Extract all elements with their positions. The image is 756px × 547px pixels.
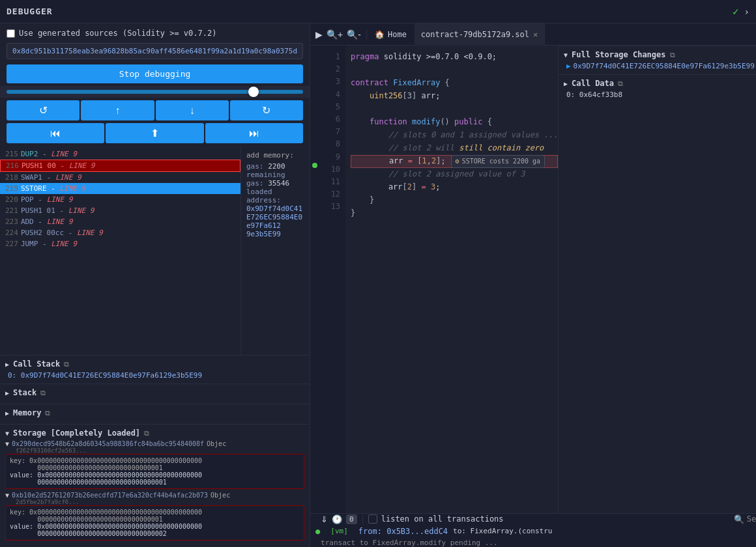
memory-section: ▶ Memory ⧉ xyxy=(0,404,310,424)
zoom-in-button[interactable]: 🔍+ xyxy=(327,29,343,40)
storage-entry-1-label: Objec xyxy=(207,440,226,447)
storage-title: Storage [Completely Loaded] xyxy=(13,428,140,438)
app-title: DEBUGGER xyxy=(7,7,53,16)
storage-entry-1: ▼ 0x290decd9548b62a8d60345a988386fc84ba6… xyxy=(5,440,304,489)
check-icon: ✓ xyxy=(733,5,739,18)
call-stack-header[interactable]: ▶ Call Stack ⧉ xyxy=(5,359,304,369)
stack-copy-icon[interactable]: ⧉ xyxy=(40,389,46,397)
gas-value: 2200 xyxy=(268,162,285,171)
code-line-1: pragma solidity >=0.7.0 <0.9.0; xyxy=(351,51,558,64)
zoom-out-button[interactable]: 🔍- xyxy=(347,29,361,40)
close-tab-icon[interactable]: ✕ xyxy=(533,30,538,39)
split-area: 215DUP2 - LINE 9 216PUSH1 00 - LINE 9 21… xyxy=(0,146,310,355)
tx-address-display: 0x8dc951b311758eab3ea96828b85ac90aff4586… xyxy=(7,43,303,59)
call-stack-copy-icon[interactable]: ⧉ xyxy=(64,360,69,369)
badge-count: 0 xyxy=(346,514,357,524)
step-back-button[interactable]: ↺ xyxy=(7,100,80,120)
debugger-controls: Use generated sources (Solidity >= v0.7.… xyxy=(0,23,310,86)
code-line-12: } xyxy=(351,194,558,207)
jump-start-button[interactable]: ⏮ xyxy=(7,123,104,143)
code-line-5 xyxy=(351,103,558,116)
slider-thumb[interactable] xyxy=(248,87,259,97)
full-storage-toggle-icon[interactable]: ▼ xyxy=(564,51,568,59)
call-data-copy-icon[interactable]: ⧉ xyxy=(618,79,623,88)
search-icon-btn[interactable]: 🔍 xyxy=(734,514,744,524)
call-stack-toggle-icon[interactable]: ▶ xyxy=(5,361,9,368)
storage-entry-1-value: value: 0x0000000000000000000000000000000… xyxy=(10,471,300,486)
left-panel: Use generated sources (Solidity >= v0.7.… xyxy=(0,23,310,547)
play-button[interactable]: ▶ xyxy=(315,29,323,40)
vm-icon: ● xyxy=(315,527,320,536)
stop-debug-button[interactable]: Stop debugging xyxy=(7,64,303,83)
bottom-toggle-btn[interactable]: ⇓ xyxy=(321,514,328,524)
step-slider-container[interactable] xyxy=(0,86,310,98)
breakpoint-dot-9[interactable] xyxy=(312,163,317,168)
storage-entry-2-label: Objec xyxy=(211,492,230,499)
bottom-clock-btn[interactable]: 🕐 xyxy=(332,514,342,524)
bottom-row-3: transact to FixedArray.modify pending ..… xyxy=(310,537,756,548)
code-line-2 xyxy=(351,64,558,77)
storage-section: ▼ Storage [Completely Loaded] ⧉ ▼ 0x290d… xyxy=(0,424,310,547)
stack-toggle-icon[interactable]: ▶ xyxy=(5,389,9,397)
stack-header[interactable]: ▶ Stack ⧉ xyxy=(5,388,304,397)
line-numbers: 1 2 3 4 5 6 7 8 9 10 11 12 13 xyxy=(319,46,345,513)
remaining-value: 35546 xyxy=(268,179,289,188)
memory-copy-icon[interactable]: ⧉ xyxy=(45,409,50,417)
memory-header[interactable]: ▶ Memory ⧉ xyxy=(5,408,304,417)
loaded-label: loaded address: xyxy=(246,188,281,204)
tooltip-text: SSTORE costs 2200 ga xyxy=(462,156,540,167)
search-hint: Search wit xyxy=(747,514,756,524)
call-stack-section: ▶ Call Stack ⧉ 0: 0x9D7f74d0C41E726EC958… xyxy=(0,355,310,384)
code-line-10: // slot 2 assigned value of 3 xyxy=(351,168,558,181)
code-line-13: } xyxy=(351,207,558,220)
stack-title: Stack xyxy=(13,388,36,397)
storage-toggle-icon[interactable]: ▼ xyxy=(5,430,9,437)
arrow-right-icon: › xyxy=(744,7,749,17)
storage-entry-2-toggle[interactable]: ▼ xyxy=(5,492,9,499)
gas-value-row: gas: 2200 xyxy=(246,162,304,171)
memory-toggle-icon[interactable]: ▶ xyxy=(5,410,9,417)
memory-title: Memory xyxy=(13,408,41,417)
full-storage-arrow[interactable]: ▶ xyxy=(566,62,571,70)
full-storage-title: Full Storage Changes xyxy=(572,50,666,59)
slider-track[interactable] xyxy=(7,90,303,94)
listen-toggle[interactable]: listen on all transactions xyxy=(368,514,504,524)
main-layout: Use generated sources (Solidity >= v0.7.… xyxy=(0,23,756,547)
call-data-content: 0: 0x64cf33b8 xyxy=(564,91,756,99)
home-label: Home xyxy=(388,30,407,39)
file-tab-label: contract-79db5172a9.sol xyxy=(421,30,529,39)
full-storage-content: ▶ 0x9D7f74d0C41E726EC95884E0e97Fa6129e3b… xyxy=(564,62,756,70)
call-data-header[interactable]: ▶ Call Data ⧉ xyxy=(564,79,756,88)
top-bar: DEBUGGER ✓ › xyxy=(0,0,756,23)
opcode-line-218: 218SWAP1 - LINE 9 xyxy=(0,172,240,183)
code-line-9: arr = [1,2]; ⚙ SSTORE costs 2200 ga xyxy=(351,155,558,168)
full-storage-header[interactable]: ▼ Full Storage Changes ⧉ xyxy=(564,50,756,59)
right-panel: ▶ 🔍+ 🔍- 🏠 Home contract-79db5172a9.sol ✕ xyxy=(310,23,756,547)
bottom-row-1: ⇓ 🕐 0 listen on all transactions 🔍 Searc… xyxy=(310,513,756,526)
jump-end-button[interactable]: ⏭ xyxy=(205,123,303,143)
storage-entry-2-address: 0xb10e2d527612073b26eecdfd717e6a320cf44b… xyxy=(12,492,208,499)
file-tab[interactable]: contract-79db5172a9.sol ✕ xyxy=(414,23,545,46)
storage-entry-1-toggle[interactable]: ▼ xyxy=(5,440,9,447)
code-line-4: uint256[3] arr; xyxy=(351,90,558,103)
step-forward-button[interactable]: ↻ xyxy=(230,100,303,120)
full-storage-copy-icon[interactable]: ⧉ xyxy=(670,51,675,59)
generated-sources-checkbox[interactable] xyxy=(7,29,15,38)
storage-header[interactable]: ▼ Storage [Completely Loaded] ⧉ xyxy=(5,428,304,438)
bottom-controls: ⇓ 🕐 0 xyxy=(315,514,363,524)
generated-sources-label: Use generated sources (Solidity >= v0.7.… xyxy=(19,29,216,38)
right-side-panels: ▼ Full Storage Changes ⧉ ▶ 0x9D7f74d0C41… xyxy=(558,46,756,513)
step-over-button[interactable]: ↓ xyxy=(156,100,229,120)
storage-entry-1-key: key: 0x000000000000000000000000000000000… xyxy=(10,457,300,471)
opcode-line-216: 216PUSH1 00 - LINE 9 xyxy=(0,160,240,172)
generated-sources-row[interactable]: Use generated sources (Solidity >= v0.7.… xyxy=(7,29,303,38)
call-data-toggle-icon[interactable]: ▶ xyxy=(564,80,568,87)
step-into-button[interactable]: ↑ xyxy=(81,100,154,120)
home-icon: 🏠 xyxy=(375,30,385,39)
listen-checkbox[interactable] xyxy=(368,514,377,524)
storage-copy-icon[interactable]: ⧉ xyxy=(144,429,149,438)
jump-breakpoint-button[interactable]: ⬆ xyxy=(106,123,203,143)
gas-panel: add memory: gas: 2200 remaining gas: 355… xyxy=(241,146,310,355)
home-tab[interactable]: 🏠 Home xyxy=(367,23,414,46)
opcode-line-220: 220POP - LINE 9 xyxy=(0,194,240,205)
